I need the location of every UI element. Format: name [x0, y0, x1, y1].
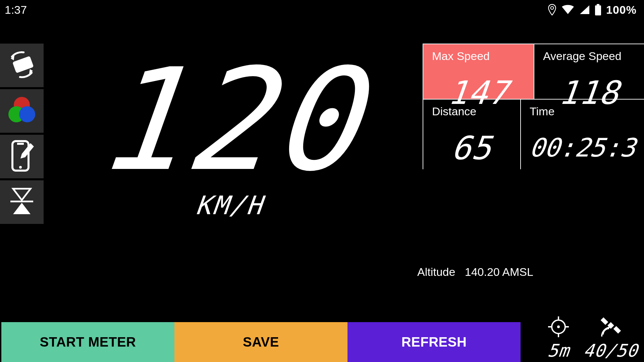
- save-button[interactable]: SAVE: [174, 322, 347, 362]
- mirror-button[interactable]: [0, 180, 44, 224]
- altitude-readout: Altitude 140.20 AMSL: [417, 265, 533, 279]
- time-value: 00:25:3: [528, 133, 637, 163]
- tool-strip: [0, 44, 44, 224]
- satellite-icon: [598, 316, 623, 339]
- speed-display: 120 KM/H: [87, 57, 372, 220]
- speed-unit: KM/H: [86, 190, 374, 220]
- stat-max-speed[interactable]: Max Speed 147: [423, 44, 534, 99]
- distance-label: Distance: [432, 105, 512, 118]
- time-label: Time: [530, 105, 635, 118]
- gps-accuracy-value: 5m: [547, 341, 571, 361]
- clock: 1:37: [5, 3, 27, 16]
- location-icon: [548, 4, 556, 15]
- bottom-bar: START METER SAVE REFRESH: [1, 322, 521, 362]
- altitude-label: Altitude: [417, 265, 455, 278]
- gps-satellites-block: 40/50: [584, 316, 638, 361]
- status-right: 100%: [548, 3, 637, 16]
- rgb-icon: [5, 94, 39, 128]
- battery-percent: 100%: [606, 3, 637, 16]
- svg-rect-1: [597, 4, 599, 5]
- stats-grid: Max Speed 147 Average Speed 118 Distance…: [423, 44, 644, 169]
- rotate-icon: [6, 49, 37, 81]
- distance-value: 65: [430, 129, 514, 167]
- crosshair-icon: [547, 316, 570, 339]
- max-speed-label: Max Speed: [432, 50, 525, 63]
- svg-point-10: [19, 166, 22, 169]
- stat-time[interactable]: Time 00:25:3: [520, 99, 644, 169]
- svg-point-0: [551, 6, 554, 9]
- svg-rect-2: [595, 5, 601, 15]
- svg-marker-13: [13, 203, 31, 214]
- gps-accuracy-block: 5m: [547, 316, 570, 361]
- svg-point-8: [19, 106, 35, 122]
- phone-brush-icon: [8, 139, 36, 174]
- svg-rect-23: [613, 326, 621, 334]
- avg-speed-label: Average Speed: [543, 50, 635, 63]
- start-meter-button[interactable]: START METER: [1, 322, 174, 362]
- refresh-button[interactable]: REFRESH: [347, 322, 521, 362]
- battery-icon: [595, 4, 601, 15]
- speed-value: 120: [80, 57, 379, 184]
- cell-signal-icon: [579, 5, 590, 15]
- wifi-icon: [561, 5, 575, 15]
- gps-status: 5m 40/50: [547, 316, 638, 361]
- svg-marker-12: [13, 189, 31, 200]
- theme-button[interactable]: [0, 135, 44, 178]
- altitude-value: 140.20 AMSL: [465, 265, 533, 278]
- gps-satellites-value: 40/50: [583, 341, 639, 361]
- color-button[interactable]: [0, 89, 44, 133]
- svg-rect-22: [601, 317, 608, 325]
- status-bar: 1:37 100%: [0, 0, 644, 19]
- stat-avg-speed[interactable]: Average Speed 118: [534, 44, 644, 99]
- rotate-button[interactable]: [0, 44, 44, 87]
- stat-distance[interactable]: Distance 65: [423, 99, 520, 169]
- svg-point-16: [557, 325, 560, 328]
- mirror-icon: [8, 185, 35, 220]
